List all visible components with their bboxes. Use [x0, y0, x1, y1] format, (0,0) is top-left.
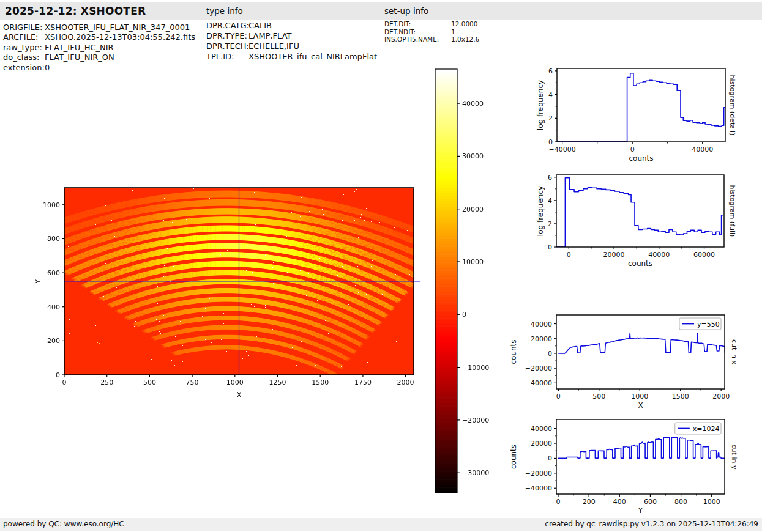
colorbar-gradient — [435, 302, 457, 305]
colorbar-gradient — [435, 432, 457, 435]
x-tick-label: 250 — [100, 379, 113, 386]
colorbar-gradient — [435, 234, 457, 237]
info-value: XSHOO.2025-12-13T03:04:55.242.fits — [45, 32, 195, 42]
colorbar-gradient — [435, 363, 457, 366]
legend-label: x=1024 — [693, 425, 720, 433]
colorbar-tick-label: 20000 — [462, 205, 484, 213]
info-row: DET.DIT:12.0000 — [384, 20, 411, 28]
colorbar-gradient — [435, 424, 457, 427]
y-axis-label: log frequency — [536, 80, 545, 130]
colorbar-gradient — [435, 223, 457, 226]
colorbar-gradient — [435, 326, 457, 329]
histogram-full-plot: 02000040000600000246countslog frequencyh… — [508, 165, 762, 278]
x-tick-label: −40000 — [548, 146, 575, 153]
colorbar-gradient — [435, 260, 457, 263]
colorbar-gradient — [435, 204, 457, 207]
colorbar-gradient — [435, 440, 457, 443]
colorbar-gradient — [435, 170, 457, 173]
colorbar-gradient — [435, 244, 457, 247]
right-side-label: cut in x — [730, 339, 738, 364]
colorbar-tick-label: −20000 — [462, 416, 489, 424]
colorbar-gradient — [435, 368, 457, 371]
data-line — [556, 178, 723, 247]
colorbar-gradient — [435, 210, 457, 213]
colorbar-gradient — [435, 254, 457, 257]
colorbar-gradient — [435, 188, 457, 191]
colorbar-gradient — [435, 226, 457, 229]
colorbar-gradient — [435, 459, 457, 462]
setup-info-heading: set-up info — [384, 2, 428, 20]
y-tick-label: 4 — [548, 91, 553, 99]
colorbar-gradient — [435, 159, 457, 162]
colorbar-gradient — [435, 297, 457, 300]
colorbar-gradient — [435, 342, 457, 345]
colorbar-gradient — [435, 461, 457, 464]
colorbar-gradient — [435, 419, 457, 422]
colorbar-gradient — [435, 151, 457, 154]
info-label: DPR.TECH: — [206, 42, 249, 51]
colorbar-gradient — [435, 376, 457, 379]
colorbar-gradient — [435, 85, 457, 88]
y-tick-label: 400 — [47, 303, 60, 311]
colorbar: 400003000020000100000−10000−20000−30000 — [428, 64, 502, 501]
info-label: ORIGFILE: — [3, 23, 42, 32]
info-row: raw_type:FLAT_IFU_HC_NIR — [3, 43, 42, 52]
y-tick-label: 200 — [47, 337, 60, 345]
colorbar-gradient — [435, 75, 457, 78]
x-tick-label: 0 — [630, 146, 635, 153]
x-tick-label: 40000 — [648, 251, 670, 259]
colorbar-gradient — [435, 379, 457, 382]
colorbar-gradient — [435, 202, 457, 205]
colorbar-gradient — [435, 135, 457, 138]
colorbar-gradient — [435, 101, 457, 104]
y-tick-label: −40000 — [525, 484, 552, 492]
y-tick-label: −20000 — [525, 364, 552, 372]
colorbar-gradient — [435, 103, 457, 106]
colorbar-gradient — [435, 405, 457, 408]
colorbar-tick-label: 10000 — [462, 258, 484, 266]
colorbar-gradient — [435, 448, 457, 451]
info-row: do_class:FLAT_IFU_NIR_ON — [3, 53, 39, 62]
colorbar-gradient — [435, 270, 457, 273]
colorbar-gradient — [435, 339, 457, 342]
colorbar-gradient — [435, 469, 457, 472]
y-tick-label: 0 — [56, 371, 60, 379]
colorbar-gradient — [435, 109, 457, 112]
y-tick-label: 0 — [548, 454, 552, 462]
x-tick-label: 1000 — [631, 393, 648, 401]
colorbar-gradient — [435, 320, 457, 323]
x-tick-label: 1250 — [269, 379, 286, 386]
histogram-detail-plot: −400000400000246countslog frequencyhisto… — [508, 58, 762, 168]
y-tick-label: 20000 — [531, 335, 552, 343]
info-value: 1.0x12.6 — [451, 35, 479, 43]
colorbar-tick-label: 30000 — [462, 152, 484, 160]
info-value: 12.0000 — [451, 20, 477, 28]
x-axis-label: counts — [628, 259, 652, 268]
colorbar-gradient — [435, 384, 457, 387]
main-image-axes: 0250500750100012501500175020000200400600… — [31, 171, 435, 410]
right-side-label: histogram (detail) — [728, 75, 736, 136]
colorbar-gradient — [435, 310, 457, 313]
x-tick-label: 1000 — [226, 379, 244, 386]
info-row: INS.OPTI5.NAME:1.0x12.6 — [384, 35, 439, 43]
x-tick-label: 750 — [186, 379, 199, 386]
colorbar-gradient — [435, 268, 457, 271]
colorbar-gradient — [435, 467, 457, 470]
colorbar-gradient — [435, 183, 457, 186]
x-tick-label: 1500 — [672, 393, 689, 401]
colorbar-gradient — [435, 167, 457, 170]
x-tick-label: 60000 — [693, 251, 715, 259]
colorbar-gradient — [435, 328, 457, 331]
footer-left-text: powered by QC: www.eso.org/HC — [3, 518, 124, 531]
colorbar-gradient — [435, 284, 457, 287]
colorbar-gradient — [435, 77, 457, 80]
colorbar-gradient — [435, 146, 457, 149]
colorbar-gradient — [435, 125, 457, 128]
colorbar-gradient — [435, 358, 457, 361]
x-tick-label: 1750 — [354, 379, 372, 386]
cut-in-x-plot: 0500100015002000−40000−2000002000040000X… — [508, 303, 762, 419]
colorbar-gradient — [435, 371, 457, 374]
colorbar-gradient — [435, 119, 457, 122]
info-label: extension: — [3, 63, 45, 72]
colorbar-gradient — [435, 93, 457, 96]
